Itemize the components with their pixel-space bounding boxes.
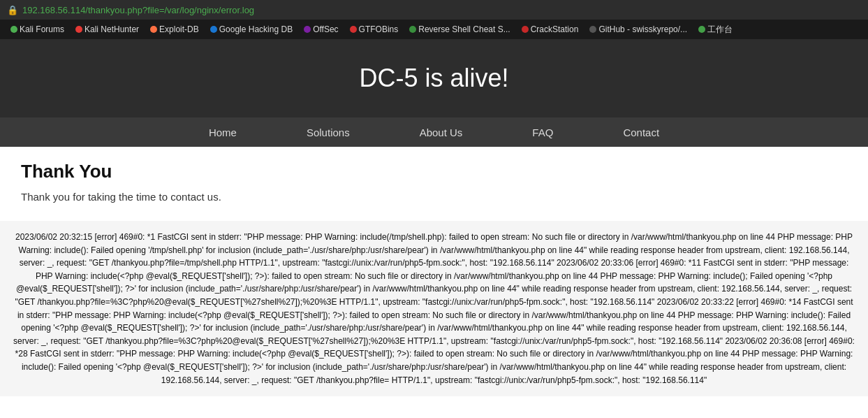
kali-forums-icon xyxy=(10,26,17,33)
site-header: DC-5 is alive! xyxy=(0,39,868,117)
bookmark-exploit-db[interactable]: Exploit-DB xyxy=(145,23,204,36)
google-hacking-db-icon xyxy=(210,26,217,33)
bookmark-crackstation[interactable]: CrackStation xyxy=(517,23,584,36)
exploit-db-icon xyxy=(150,26,157,33)
page-subtitle: Thank you for taking the time to contact… xyxy=(21,191,847,203)
bookmark-offsec[interactable]: OffSec xyxy=(299,23,343,36)
nav-home[interactable]: Home xyxy=(174,120,272,145)
nav-contact[interactable]: Contact xyxy=(588,120,694,145)
bookmark-google-hacking-db[interactable]: Google Hacking DB xyxy=(205,23,297,36)
nav-faq[interactable]: FAQ xyxy=(497,120,588,145)
page-heading: Thank You xyxy=(21,161,847,182)
crackstation-icon xyxy=(522,26,529,33)
site-title: DC-5 is alive! xyxy=(0,64,868,93)
url-text: 192.168.56.114/thankyou.php?file=/var/lo… xyxy=(22,5,254,15)
gtfobins-icon xyxy=(350,26,357,33)
bookmark-reverse-shell[interactable]: Reverse Shell Cheat S... xyxy=(404,23,515,36)
bookmarks-bar: Kali Forums Kali NetHunter Exploit-DB Go… xyxy=(0,20,868,39)
bookmark-kali-nethunter[interactable]: Kali NetHunter xyxy=(71,23,144,36)
bookmark-gtfobins[interactable]: GTFOBins xyxy=(345,23,404,36)
bookmark-kali-forums[interactable]: Kali Forums xyxy=(6,23,69,36)
offsec-icon xyxy=(304,26,311,33)
bookmark-github[interactable]: GitHub - swisskyrepo/... xyxy=(584,23,692,36)
kali-nethunter-icon xyxy=(75,26,82,33)
address-bar: 🔒 192.168.56.114/thankyou.php?file=/var/… xyxy=(0,0,868,20)
nav-solutions[interactable]: Solutions xyxy=(272,120,385,145)
nav-about-us[interactable]: About Us xyxy=(385,120,498,145)
github-icon xyxy=(589,26,596,33)
lock-icon: 🔒 xyxy=(7,5,18,15)
bookmark-workbench[interactable]: 工作台 xyxy=(693,22,737,37)
reverse-shell-icon xyxy=(409,26,416,33)
workbench-icon xyxy=(698,26,705,33)
nav-bar: Home Solutions About Us FAQ Contact xyxy=(0,117,868,147)
log-output: 2023/06/02 20:32:15 [error] 469#0: *1 Fa… xyxy=(0,221,868,396)
main-content: Thank You Thank you for taking the time … xyxy=(0,147,868,221)
